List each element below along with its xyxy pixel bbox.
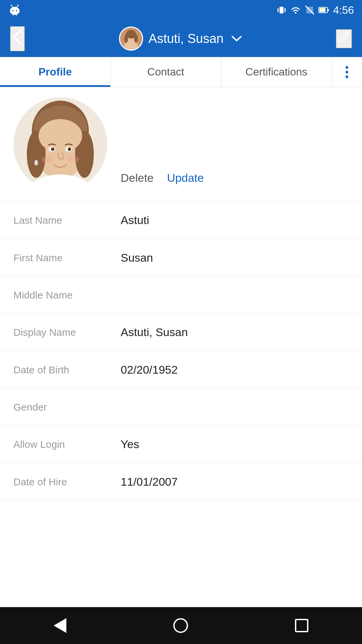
svg-rect-12	[278, 8, 279, 12]
field-label-7: Date of Hire	[13, 476, 121, 488]
field-label-5: Gender	[13, 401, 121, 413]
field-label-3: Display Name	[13, 327, 121, 338]
header-center: Astuti, Susan	[119, 26, 242, 51]
svg-rect-3	[12, 13, 14, 15]
android-icon	[8, 3, 21, 17]
update-photo-button[interactable]: Update	[167, 171, 204, 184]
field-row-allow-login: Allow LoginYes	[0, 426, 362, 463]
recents-nav-icon	[295, 619, 308, 632]
svg-point-0	[10, 7, 19, 15]
status-bar-right: 4:56	[277, 4, 354, 16]
svg-point-40	[53, 148, 54, 149]
field-row-display-name: Display NameAstuti, Susan	[0, 314, 362, 351]
field-row-date-of-hire: Date of Hire11/01/2007	[0, 463, 362, 501]
svg-line-27	[345, 34, 347, 36]
more-icon	[346, 66, 348, 78]
svg-point-14	[295, 12, 296, 14]
field-value-1: Susan	[121, 251, 153, 264]
svg-point-6	[16, 10, 17, 11]
svg-rect-18	[327, 9, 329, 11]
svg-rect-13	[285, 8, 286, 12]
sim-icon	[305, 5, 314, 15]
tab-more-button[interactable]	[332, 57, 362, 87]
nav-home-button[interactable]	[173, 618, 188, 633]
field-label-4: Date of Birth	[13, 364, 121, 376]
field-value-0: Astuti	[121, 214, 149, 227]
battery-icon	[318, 6, 329, 14]
field-value-6: Yes	[121, 438, 139, 451]
field-row-middle-name: Middle Name	[0, 277, 362, 314]
profile-photo-section: Delete Update	[0, 87, 362, 202]
status-bar-left	[8, 3, 21, 17]
svg-point-44	[35, 160, 38, 165]
dropdown-icon[interactable]	[232, 35, 242, 42]
svg-point-25	[124, 34, 128, 43]
field-label-2: Middle Name	[13, 289, 121, 301]
svg-point-35	[39, 119, 82, 153]
bottom-navigation	[0, 607, 362, 644]
field-label-0: Last Name	[13, 215, 121, 226]
svg-rect-4	[16, 13, 17, 15]
field-row-gender: Gender	[0, 389, 362, 426]
profile-fields: Last NameAstutiFirst NameSusanMiddle Nam…	[0, 202, 362, 501]
svg-point-9	[11, 5, 12, 6]
field-label-1: First Name	[13, 252, 121, 264]
edit-button[interactable]	[336, 29, 352, 48]
tab-profile[interactable]: Profile	[0, 57, 111, 87]
tab-contact[interactable]: Contact	[111, 57, 221, 87]
svg-point-39	[68, 148, 71, 151]
svg-point-10	[17, 5, 19, 6]
svg-point-41	[69, 148, 71, 149]
svg-point-38	[51, 148, 54, 151]
app-header: Astuti, Susan	[0, 20, 362, 57]
svg-point-43	[67, 156, 79, 163]
nav-recents-button[interactable]	[295, 619, 308, 632]
tab-certifications[interactable]: Certifications	[221, 57, 332, 87]
svg-point-5	[12, 10, 14, 11]
field-row-last-name: Last NameAstuti	[0, 202, 362, 239]
back-button[interactable]	[10, 26, 25, 51]
field-label-6: Allow Login	[13, 439, 121, 450]
field-row-date-of-birth: Date of Birth02/20/1952	[0, 351, 362, 389]
status-bar: 4:56	[0, 0, 362, 20]
field-value-3: Astuti, Susan	[121, 326, 188, 339]
home-nav-icon	[173, 618, 188, 633]
svg-rect-11	[280, 7, 284, 13]
svg-rect-1	[10, 10, 11, 13]
svg-point-26	[134, 34, 138, 43]
field-value-7: 11/01/2007	[121, 475, 178, 488]
nav-back-button[interactable]	[54, 618, 66, 633]
profile-photo	[13, 97, 107, 191]
header-person-name: Astuti, Susan	[148, 32, 224, 46]
status-time: 4:56	[333, 4, 354, 16]
svg-point-42	[42, 156, 54, 163]
field-value-4: 02/20/1952	[121, 363, 178, 376]
back-nav-icon	[54, 618, 66, 633]
delete-photo-button[interactable]: Delete	[121, 171, 154, 184]
photo-actions: Delete Update	[121, 171, 204, 191]
tab-bar: Profile Contact Certifications	[0, 57, 362, 87]
svg-rect-2	[18, 10, 19, 13]
vibrate-icon	[277, 5, 286, 15]
header-avatar	[119, 26, 143, 51]
field-row-first-name: First NameSusan	[0, 239, 362, 277]
wifi-icon	[290, 5, 301, 15]
